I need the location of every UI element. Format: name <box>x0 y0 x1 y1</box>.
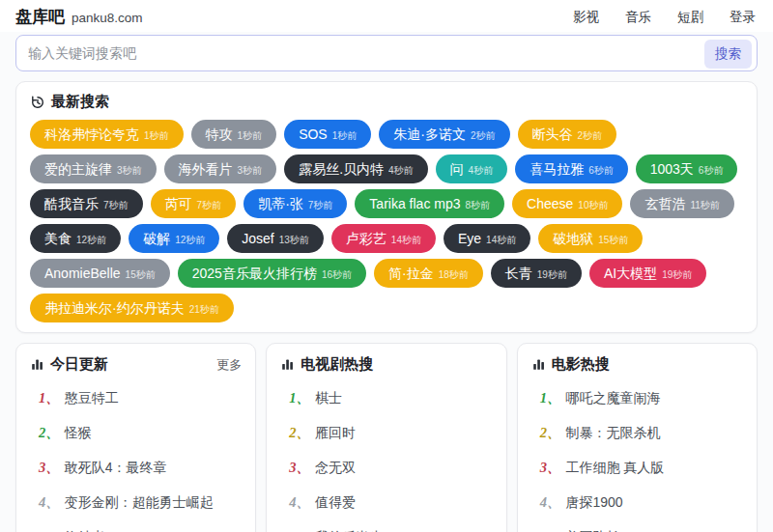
tag-label: 简·拉金 <box>388 266 434 280</box>
search-tag[interactable]: AnomieBelle15秒前 <box>30 259 170 288</box>
board-item[interactable]: 1、哪吒之魔童闹海 <box>531 389 743 407</box>
search-tag[interactable]: Eye14秒前 <box>444 224 530 253</box>
tag-label: 1003天 <box>650 162 694 176</box>
boards-row: 今日更新更多1、憨豆特工2、怪猴3、敢死队4：最终章4、变形金刚：超能勇士崛起5… <box>15 343 758 532</box>
board-header: 电视剧热搜 <box>280 355 492 374</box>
board-item[interactable]: 2、制暴：无限杀机 <box>531 424 743 442</box>
board-header: 今日更新更多 <box>30 355 242 374</box>
rank-number: 3、 <box>39 459 60 477</box>
search-tag[interactable]: 问4秒前 <box>436 154 508 183</box>
search-bar: 搜索 <box>15 35 758 71</box>
search-button[interactable]: 搜索 <box>704 40 752 69</box>
rank-number: 5、 <box>289 528 310 532</box>
brand[interactable]: 盘库吧 panku8.com <box>15 6 143 28</box>
tag-time: 2秒前 <box>578 131 603 141</box>
search-tag[interactable]: 1003天6秒前 <box>636 154 738 183</box>
search-tag[interactable]: SOS1秒前 <box>284 120 371 149</box>
rank-number: 3、 <box>540 459 561 477</box>
board-list: 1、哪吒之魔童闹海2、制暴：无限杀机3、工作细胞 真人版4、唐探19005、美国… <box>531 389 743 532</box>
search-tag[interactable]: Josef13秒前 <box>227 224 324 253</box>
search-tag[interactable]: 特攻1秒前 <box>191 120 277 149</box>
tag-time: 7秒前 <box>103 201 129 210</box>
tag-time: 2秒前 <box>471 131 496 141</box>
latest-search-tags: 科洛弗悖论夸克1秒前特攻1秒前SOS1秒前朱迪·多诺文2秒前断头谷2秒前爱的主旋… <box>30 120 743 322</box>
search-tag[interactable]: Cheese10秒前 <box>512 189 622 218</box>
more-link[interactable]: 更多 <box>216 356 242 374</box>
search-tag[interactable]: 芮可7秒前 <box>151 189 237 218</box>
item-title: 敢死队4：最终章 <box>65 460 167 477</box>
nav-link-denglu[interactable]: 登录 <box>730 9 756 26</box>
tag-label: 朱迪·多诺文 <box>393 127 466 141</box>
board-item[interactable]: 5、终结者2018 <box>30 528 242 532</box>
search-tag[interactable]: 海外看片3秒前 <box>164 154 277 183</box>
bar-chart-icon <box>531 357 546 372</box>
tag-label: AI大模型 <box>604 266 657 280</box>
search-tag[interactable]: 简·拉金18秒前 <box>374 259 483 288</box>
tag-time: 11秒前 <box>690 201 719 210</box>
rank-number: 1、 <box>39 389 60 407</box>
board-item[interactable]: 4、唐探1900 <box>531 493 743 512</box>
item-title: 念无双 <box>315 460 356 477</box>
nav-link-yinyue[interactable]: 音乐 <box>625 9 651 26</box>
search-tag[interactable]: 喜马拉雅6秒前 <box>515 154 628 183</box>
board-item[interactable]: 3、敢死队4：最终章 <box>30 459 242 477</box>
board-item[interactable]: 5、我的后半生 <box>280 528 492 532</box>
search-input[interactable] <box>15 35 758 71</box>
tag-label: Eye <box>458 232 481 245</box>
tag-time: 14秒前 <box>486 236 516 245</box>
tag-label: 美食 <box>44 232 72 245</box>
search-tag[interactable]: 朱迪·多诺文2秒前 <box>379 120 509 149</box>
board-item[interactable]: 4、值得爱 <box>280 493 492 512</box>
board-list: 1、棋士2、雁回时3、念无双4、值得爱5、我的后半生6、以美之名7、黄雀8、苦尽… <box>280 389 492 532</box>
search-tag[interactable]: 破解12秒前 <box>129 224 219 253</box>
tag-label: SOS <box>299 127 328 141</box>
tag-time: 21秒前 <box>189 305 219 315</box>
tag-time: 10秒前 <box>578 201 608 210</box>
tag-label: 2025音乐最火排行榜 <box>192 266 317 280</box>
board-item[interactable]: 2、雁回时 <box>280 424 492 442</box>
header: 盘库吧 panku8.com 影视音乐短剧登录 <box>0 0 773 32</box>
search-tag[interactable]: 酷我音乐7秒前 <box>30 189 143 218</box>
board-item[interactable]: 2、怪猴 <box>30 424 242 442</box>
board-item[interactable]: 4、变形金刚：超能勇士崛起 <box>30 493 242 512</box>
search-tag[interactable]: 美食12秒前 <box>30 224 121 253</box>
tag-label: 弗拉迪米尔·约尔丹诺夫 <box>44 301 185 315</box>
search-tag[interactable]: 卢彩艺14秒前 <box>331 224 436 253</box>
item-title: 怪猴 <box>65 425 92 442</box>
search-tag[interactable]: 弗拉迪米尔·约尔丹诺夫21秒前 <box>30 294 234 322</box>
board-title: 今日更新 <box>50 355 108 374</box>
rank-number: 2、 <box>289 424 310 442</box>
search-tag[interactable]: 露易丝.贝内特4秒前 <box>284 154 427 183</box>
search-tag[interactable]: 玄哲浩11秒前 <box>630 189 733 218</box>
board-item[interactable]: 3、工作细胞 真人版 <box>531 459 743 477</box>
board-item[interactable]: 1、憨豆特工 <box>30 389 242 407</box>
search-tag[interactable]: 长青19秒前 <box>491 259 582 288</box>
search-tag[interactable]: 断头谷2秒前 <box>518 120 617 149</box>
search-tag[interactable]: AI大模型19秒前 <box>589 259 706 288</box>
search-tag[interactable]: 凯蒂·张7秒前 <box>243 189 347 218</box>
board-item[interactable]: 1、棋士 <box>280 389 492 407</box>
search-tag[interactable]: 科洛弗悖论夸克1秒前 <box>30 120 184 149</box>
item-title: 值得爱 <box>315 494 356 512</box>
tag-label: 特攻 <box>206 127 233 141</box>
tag-time: 15秒前 <box>598 236 628 245</box>
tag-time: 14秒前 <box>391 236 421 245</box>
nav-link-yingshi[interactable]: 影视 <box>573 9 599 26</box>
search-tag[interactable]: 爱的主旋律3秒前 <box>30 154 157 183</box>
item-title: 哪吒之魔童闹海 <box>565 390 660 407</box>
search-tag[interactable]: 破地狱15秒前 <box>538 224 643 253</box>
site-domain: panku8.com <box>72 11 143 25</box>
board-header: 电影热搜 <box>531 355 743 374</box>
tag-label: 问 <box>450 162 464 176</box>
tag-time: 18秒前 <box>439 270 469 280</box>
tag-time: 1秒前 <box>332 131 358 141</box>
search-tag[interactable]: Tarika flac mp38秒前 <box>355 189 504 218</box>
board-item[interactable]: 3、念无双 <box>280 459 492 477</box>
rank-number: 4、 <box>289 493 310 512</box>
tag-time: 8秒前 <box>466 201 491 210</box>
board-movie-hot: 电影热搜1、哪吒之魔童闹海2、制暴：无限杀机3、工作细胞 真人版4、唐探1900… <box>517 343 758 532</box>
nav-link-duanju[interactable]: 短剧 <box>677 9 703 26</box>
tag-label: 露易丝.贝内特 <box>299 162 384 176</box>
board-item[interactable]: 5、美国队长4 <box>531 528 743 532</box>
search-tag[interactable]: 2025音乐最火排行榜16秒前 <box>178 259 366 288</box>
